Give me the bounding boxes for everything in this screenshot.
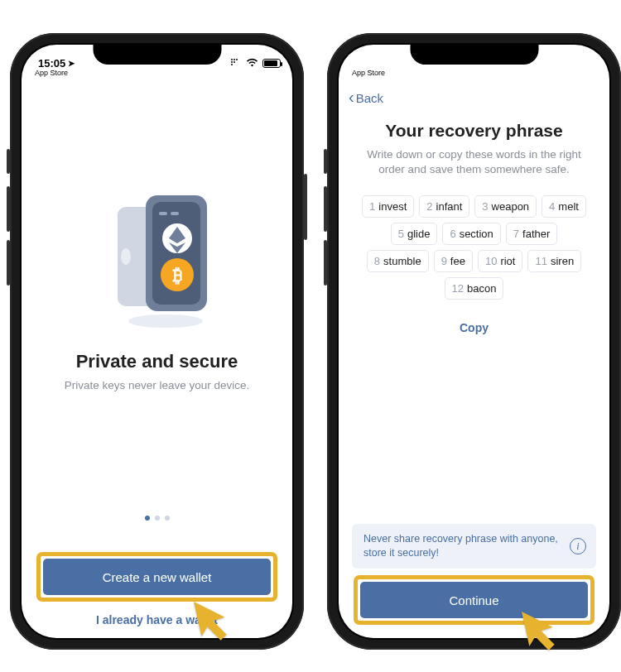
copy-button[interactable]: Copy bbox=[355, 321, 593, 334]
info-icon[interactable]: i bbox=[570, 538, 586, 554]
word-index: 1 bbox=[369, 200, 375, 213]
battery-icon bbox=[262, 59, 281, 68]
svg-point-3 bbox=[231, 61, 233, 63]
already-have-wallet-link[interactable]: I already have a wallet bbox=[96, 613, 218, 626]
svg-point-7 bbox=[121, 248, 131, 265]
word-index: 7 bbox=[513, 228, 519, 240]
word-text: stumble bbox=[383, 255, 421, 267]
back-label: Back bbox=[356, 91, 383, 105]
recovery-word: 5glide bbox=[391, 223, 438, 245]
recovery-word: 6section bbox=[442, 223, 500, 245]
word-index: 3 bbox=[482, 200, 488, 213]
page-subtitle: Write down or copy these words in the ri… bbox=[355, 147, 593, 177]
onboarding-content: ₿ Private and secure Private keys never … bbox=[22, 81, 292, 521]
continue-button[interactable]: Continue bbox=[360, 582, 588, 618]
word-index: 10 bbox=[485, 255, 497, 267]
word-index: 6 bbox=[450, 228, 455, 240]
svg-text:₿: ₿ bbox=[171, 265, 181, 286]
recovery-word: 9fee bbox=[434, 250, 473, 272]
recovery-word: 8stumble bbox=[367, 250, 429, 272]
vault-illustration: ₿ bbox=[99, 189, 215, 329]
highlight-frame: Continue bbox=[354, 575, 595, 625]
svg-point-2 bbox=[236, 59, 238, 60]
recovery-word: 2infant bbox=[419, 195, 469, 218]
word-text: siren bbox=[551, 255, 574, 267]
onboarding-subtitle: Private keys never leave your device. bbox=[38, 379, 276, 391]
chevron-left-icon: ‹ bbox=[349, 89, 354, 105]
phone-mockup-onboarding: App Store 15:05 ➤ bbox=[10, 33, 304, 650]
svg-point-5 bbox=[231, 64, 233, 65]
svg-point-1 bbox=[233, 59, 235, 60]
word-index: 11 bbox=[535, 255, 546, 267]
word-text: weapon bbox=[492, 200, 530, 213]
security-notice: Never share recovery phrase with anyone,… bbox=[352, 524, 596, 569]
status-breadcrumb[interactable]: App Store bbox=[35, 69, 68, 77]
page-indicator bbox=[38, 516, 276, 521]
recovery-word: 12bacon bbox=[445, 277, 504, 300]
recovery-words-grid: 1invest2infant3weapon4melt5glide6section… bbox=[355, 195, 593, 300]
svg-point-15 bbox=[128, 314, 203, 328]
svg-point-0 bbox=[231, 59, 233, 60]
highlight-frame: Create a new wallet bbox=[36, 552, 277, 602]
page-dot bbox=[155, 516, 160, 521]
status-time: 15:05 bbox=[38, 57, 65, 70]
svg-point-4 bbox=[233, 61, 235, 63]
word-index: 8 bbox=[374, 255, 380, 267]
recovery-word: 4melt bbox=[542, 195, 586, 218]
svg-rect-10 bbox=[159, 212, 167, 215]
word-text: glide bbox=[407, 228, 430, 240]
word-text: invest bbox=[378, 200, 407, 213]
word-text: bacon bbox=[467, 282, 496, 295]
create-wallet-button[interactable]: Create a new wallet bbox=[43, 559, 271, 595]
recovery-word: 11siren bbox=[527, 250, 581, 272]
onboarding-title: Private and secure bbox=[38, 351, 276, 372]
recovery-word: 7father bbox=[506, 223, 557, 245]
page-dot bbox=[165, 516, 170, 521]
word-index: 2 bbox=[426, 200, 432, 213]
back-button[interactable]: ‹ Back bbox=[349, 89, 383, 106]
wifi-icon bbox=[246, 58, 258, 69]
status-breadcrumb[interactable]: App Store bbox=[352, 69, 385, 77]
word-text: infant bbox=[436, 200, 463, 213]
word-text: melt bbox=[558, 200, 579, 213]
recovery-word: 3weapon bbox=[474, 195, 537, 218]
word-index: 5 bbox=[398, 228, 404, 240]
recovery-content: Your recovery phrase Write down or copy … bbox=[339, 121, 609, 334]
word-index: 4 bbox=[549, 200, 555, 213]
word-text: father bbox=[522, 228, 550, 240]
recovery-word: 10riot bbox=[478, 250, 523, 272]
word-text: riot bbox=[500, 255, 515, 267]
svg-rect-11 bbox=[171, 212, 179, 215]
recovery-word: 1invest bbox=[362, 195, 414, 218]
indicator-dots-icon bbox=[230, 58, 242, 68]
phone-mockup-recovery: App Store ‹ Back Your recovery phrase Wr… bbox=[327, 33, 621, 650]
nav-bar: ‹ Back bbox=[339, 81, 609, 114]
word-text: section bbox=[460, 228, 493, 240]
word-index: 9 bbox=[441, 255, 447, 267]
word-index: 12 bbox=[452, 282, 464, 295]
location-arrow-icon: ➤ bbox=[68, 59, 75, 68]
notice-text: Never share recovery phrase with anyone,… bbox=[363, 533, 558, 559]
page-dot bbox=[145, 516, 150, 521]
word-text: fee bbox=[450, 255, 465, 267]
page-title: Your recovery phrase bbox=[355, 121, 593, 141]
